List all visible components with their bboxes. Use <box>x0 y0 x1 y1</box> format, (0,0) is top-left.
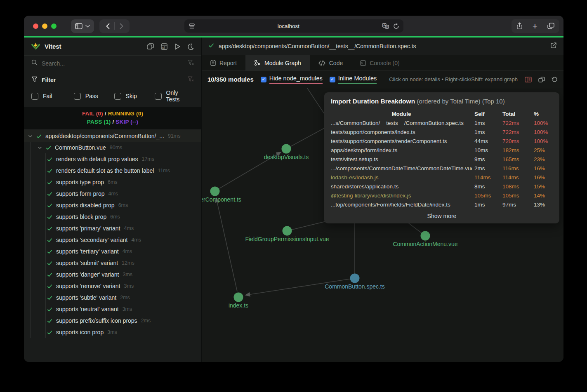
tree-row-test[interactable]: supports prefix/suffix icon props2ms <box>24 315 201 326</box>
graph-node[interactable] <box>282 144 291 154</box>
graph-node-label: FieldGroupPermissionsInput.vue <box>245 236 329 242</box>
graph-node[interactable] <box>350 274 360 283</box>
tree-row-file[interactable]: apps/desktop/components/CommonButton/_..… <box>24 130 201 142</box>
filter-checkbox-only-tests[interactable]: Only Tests <box>155 89 191 103</box>
reader-icon[interactable] <box>189 23 195 29</box>
graph-node[interactable] <box>210 187 220 196</box>
pass-check-icon <box>47 180 56 185</box>
tab-module-graph[interactable]: Module Graph <box>245 55 310 70</box>
duration-table-row[interactable]: @testing-library/vue/dist/index.js105ms1… <box>331 191 553 200</box>
self-time: 44ms <box>474 138 500 144</box>
import-duration-panel: Import Duration Breakdown (ordered by To… <box>324 92 559 223</box>
pass-check-icon <box>47 249 56 254</box>
test-name: supports 'danger' variant <box>56 271 119 278</box>
total-time: 165ms <box>502 156 531 162</box>
zoom-window-button[interactable] <box>51 23 57 29</box>
filter-checkbox-skip[interactable]: Skip <box>114 93 155 100</box>
test-name: supports 'secondary' variant <box>56 237 127 243</box>
module-name: ...s/CommonButton/__tests__/CommonButton… <box>331 120 472 126</box>
graph-node[interactable] <box>421 231 430 241</box>
test-name: renders default slot as the button label <box>56 167 154 174</box>
pass-check-icon <box>47 284 56 289</box>
show-more-button[interactable]: Show more <box>331 213 553 219</box>
legend-icon[interactable] <box>525 77 532 82</box>
address-bar[interactable]: localhost Aあ <box>184 19 403 33</box>
new-tab-button[interactable]: + <box>533 22 537 31</box>
tab-code[interactable]: Code <box>310 55 351 70</box>
graph-hint-text: Click on node: details • Right-click/Shi… <box>389 76 518 82</box>
chevron-down-icon <box>85 25 90 28</box>
tree-row-suite[interactable]: CommonButton.vue90ms <box>24 142 201 153</box>
graph-node-label: index.ts <box>229 302 248 309</box>
unlink-icon[interactable] <box>538 77 545 82</box>
clear-filter-icon[interactable] <box>188 76 194 84</box>
pass-count: PASS (1) <box>87 119 111 125</box>
tree-row-test[interactable]: supports form prop4ms <box>24 188 201 200</box>
minimize-window-button[interactable] <box>42 23 47 29</box>
filter-checkbox-pass[interactable]: Pass <box>74 93 114 100</box>
pass-check-icon <box>47 191 56 197</box>
tab-report[interactable]: Report <box>202 55 245 70</box>
duration-table-row[interactable]: tests/vitest.setup.ts9ms165ms23% <box>331 155 553 164</box>
test-duration: 3ms <box>123 272 132 277</box>
tree-row-test[interactable]: supports 'submit' variant12ms <box>24 257 201 269</box>
tree-row-test[interactable]: supports disabled prop6ms <box>24 200 201 211</box>
hide-node-modules-checkbox[interactable]: ✓ Hide node_modules <box>261 75 323 84</box>
back-button[interactable] <box>101 19 114 33</box>
tree-row-test[interactable]: supports 'primary' variant4ms <box>24 223 201 234</box>
inline-modules-checkbox[interactable]: ✓ Inline Modules <box>330 75 377 84</box>
tab-overview-icon[interactable] <box>547 23 554 29</box>
tree-row-test[interactable]: supports block prop6ms <box>24 211 201 223</box>
module-graph-canvas[interactable]: desktopVisuals.tsrenderComponent.tsField… <box>202 88 563 362</box>
close-window-button[interactable] <box>33 23 38 29</box>
tree-row-test[interactable]: supports 'danger' variant3ms <box>24 269 201 280</box>
duration-table-row[interactable]: apps/desktop/form/index.ts10ms182ms25% <box>331 146 553 155</box>
tree-row-test[interactable]: supports icon prop3ms <box>24 326 201 338</box>
filter-checkbox-fail[interactable]: Fail <box>31 93 74 100</box>
module-name: @testing-library/vue/dist/index.js <box>331 192 472 199</box>
test-name: supports block prop <box>56 214 106 220</box>
share-icon[interactable] <box>516 22 523 30</box>
dark-mode-icon[interactable] <box>187 43 194 50</box>
total-time: 722ms <box>502 129 531 135</box>
tree-row-test[interactable]: renders with default prop values17ms <box>24 153 201 165</box>
tab-console[interactable]: Console (0) <box>351 55 408 70</box>
graph-node[interactable] <box>283 226 292 236</box>
duration-table-row[interactable]: ...s/CommonButton/__tests__/CommonButton… <box>331 118 553 127</box>
reset-graph-icon[interactable] <box>552 76 558 82</box>
tree-row-test[interactable]: renders default slot as the button label… <box>24 165 201 176</box>
test-duration: 90ms <box>110 145 123 150</box>
svg-text:31: 31 <box>162 46 164 49</box>
browser-sidebar-toggle[interactable] <box>71 19 94 33</box>
tree-row-test[interactable]: supports 'secondary' variant4ms <box>24 234 201 246</box>
duration-table-header: ModuleSelfTotal% <box>331 109 553 118</box>
duration-table-row[interactable]: tests/support/components/index.ts1ms722m… <box>331 127 553 136</box>
duration-table-row[interactable]: shared/stores/application.ts8ms108ms15% <box>331 182 553 191</box>
desktop-background: localhost Aあ + <box>0 0 587 392</box>
chevron-down-icon[interactable] <box>38 146 46 150</box>
external-link-icon[interactable] <box>550 42 557 50</box>
forward-button[interactable] <box>115 19 128 33</box>
graph-node[interactable] <box>234 293 243 302</box>
chevron-down-icon[interactable] <box>28 134 36 138</box>
test-duration: 6ms <box>118 202 128 208</box>
total-time: 116ms <box>502 165 531 171</box>
tree-row-test[interactable]: supports type prop6ms <box>24 176 201 188</box>
tree-row-test[interactable]: supports 'remove' variant3ms <box>24 280 201 292</box>
dashboard-icon[interactable] <box>147 43 154 49</box>
translate-icon[interactable]: Aあ <box>382 23 389 29</box>
search-input[interactable] <box>42 60 184 67</box>
tree-row-test[interactable]: supports 'neutral' variant3ms <box>24 303 201 315</box>
tree-row-test[interactable]: supports 'subtle' variant2ms <box>24 292 201 303</box>
run-all-icon[interactable] <box>174 43 180 50</box>
duration-table-row[interactable]: tests/support/components/renderComponent… <box>331 136 553 146</box>
clear-search-filter-icon[interactable] <box>188 60 194 67</box>
duration-table-row[interactable]: .../components/CommonDateTime/CommonDate… <box>331 164 553 173</box>
reload-icon[interactable] <box>393 23 399 29</box>
tree-row-test[interactable]: supports 'tertiary' variant4ms <box>24 246 201 257</box>
duration-table-row[interactable]: lodash-es/lodash.js114ms114ms16% <box>331 173 553 182</box>
test-name: CommonButton.vue <box>55 144 106 151</box>
report-icon[interactable]: 31 <box>161 43 167 50</box>
test-duration: 2ms <box>120 295 130 300</box>
duration-table-row[interactable]: ...top/components/Form/fields/FieldDate/… <box>331 200 553 209</box>
